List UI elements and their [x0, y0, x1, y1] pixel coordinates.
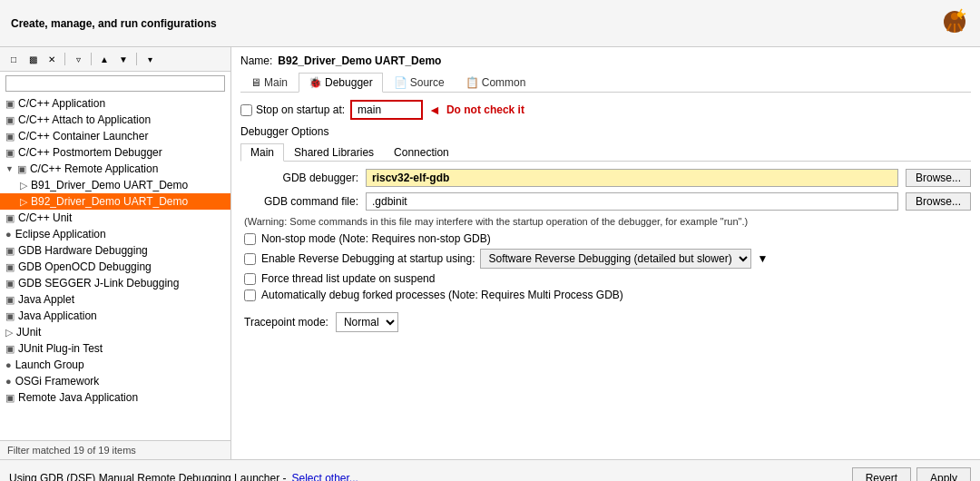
tree-item-cc-attach[interactable]: ▣ C/C++ Attach to Application — [0, 112, 230, 128]
name-label: Name: — [240, 54, 272, 67]
cc-unit-label: C/C++ Unit — [18, 211, 72, 224]
sub-tab-main[interactable]: Main — [240, 143, 284, 162]
sub-tab-shared[interactable]: Shared Libraries — [284, 143, 384, 161]
revert-button[interactable]: Revert — [852, 467, 911, 482]
config-tree: ▣ C/C++ Application ▣ C/C++ Attach to Ap… — [0, 95, 230, 440]
non-stop-row: Non-stop mode (Note: Requires non-stop G… — [240, 232, 971, 245]
b91-icon: ▷ — [20, 180, 27, 191]
duplicate-button[interactable]: ▩ — [24, 51, 41, 67]
do-not-check-label: Do not check it — [446, 103, 524, 116]
tree-item-java-applet[interactable]: ▣ Java Applet — [0, 291, 230, 308]
reverse-debug-row: Enable Reverse Debugging at startup usin… — [240, 249, 971, 269]
force-thread-row: Force thread list update on suspend — [240, 272, 971, 285]
tab-main[interactable]: 🖥 Main — [240, 73, 298, 92]
gdb-debugger-browse-button[interactable]: Browse... — [906, 169, 971, 187]
tab-common[interactable]: 📋 Common — [456, 73, 536, 92]
gdb-command-browse-button[interactable]: Browse... — [906, 192, 971, 211]
startup-checkbox-label: Stop on startup at: — [240, 103, 345, 116]
tree-item-cc-postmortem[interactable]: ▣ C/C++ Postmortem Debugger — [0, 144, 230, 161]
tree-item-gdb-openocd[interactable]: ▣ GDB OpenOCD Debugging — [0, 259, 230, 275]
svg-point-1 — [951, 13, 958, 20]
new-config-button[interactable]: □ — [5, 51, 22, 67]
tree-item-cc-unit[interactable]: ▣ C/C++ Unit — [0, 210, 230, 226]
junit-plugin-icon: ▣ — [5, 343, 15, 355]
gdb-command-input[interactable] — [366, 192, 898, 211]
reverse-debug-select[interactable]: Software Reverse Debugging (detailed but… — [480, 249, 751, 269]
cc-remote-label: C/C++ Remote Application — [30, 162, 158, 175]
startup-checkbox[interactable] — [240, 104, 252, 116]
tab-debugger[interactable]: 🐞 Debugger — [299, 73, 383, 93]
tree-item-b92[interactable]: ▷ B92_Driver_Demo UART_Demo — [0, 193, 230, 210]
tree-item-launch-group[interactable]: ● Launch Group — [0, 357, 230, 373]
non-stop-checkbox[interactable] — [244, 233, 256, 245]
cc-attach-label: C/C++ Attach to Application — [18, 113, 151, 126]
svg-point-5 — [957, 12, 963, 17]
tabs-row: 🖥 Main 🐞 Debugger 📄 Source 📋 Common — [240, 73, 971, 93]
tab-common-label: Common — [482, 76, 526, 89]
title-bar: Create, manage, and run configurations — [0, 0, 980, 47]
cc-app-label: C/C++ Application — [18, 97, 105, 110]
tree-item-b91[interactable]: ▷ B91_Driver_Demo UART_Demo — [0, 177, 230, 193]
tree-item-gdb-hw[interactable]: ▣ GDB Hardware Debugging — [0, 242, 230, 259]
eclipse-app-label: Eclipse Application — [15, 228, 106, 240]
tracepoint-row: Tracepoint mode: Normal Fast Static — [240, 312, 971, 332]
menu-button[interactable]: ▾ — [142, 51, 158, 67]
collapse-button[interactable]: ▲ — [96, 51, 113, 67]
junit-plugin-label: JUnit Plug-in Test — [18, 342, 103, 355]
reverse-debug-checkbox[interactable] — [244, 253, 256, 265]
startup-input[interactable] — [350, 100, 423, 120]
svg-line-7 — [963, 14, 965, 15]
config-name-value: B92_Driver_Demo UART_Demo — [278, 54, 441, 67]
select-other-link[interactable]: Select other... — [291, 472, 358, 482]
tracepoint-select[interactable]: Normal Fast Static — [336, 312, 398, 332]
remote-java-label: Remote Java Application — [18, 391, 138, 404]
tree-item-junit[interactable]: ▷ JUnit — [0, 324, 230, 340]
cc-app-icon: ▣ — [5, 98, 15, 110]
main-container: □ ▩ ✕ ▿ ▲ ▼ ▾ ▣ C/C++ Application ▣ C/C+… — [0, 47, 980, 459]
left-panel: □ ▩ ✕ ▿ ▲ ▼ ▾ ▣ C/C++ Application ▣ C/C+… — [0, 47, 231, 459]
search-input[interactable] — [5, 75, 225, 92]
tree-item-cc-remote[interactable]: ▼ ▣ C/C++ Remote Application — [0, 161, 230, 177]
tree-item-cc-container[interactable]: ▣ C/C++ Container Launcher — [0, 128, 230, 144]
cc-container-label: C/C++ Container Launcher — [18, 130, 148, 142]
force-thread-checkbox[interactable] — [244, 273, 256, 285]
filter-button[interactable]: ▿ — [70, 51, 86, 67]
tab-common-icon: 📋 — [466, 76, 479, 89]
tree-item-osgi[interactable]: ● OSGi Framework — [0, 373, 230, 389]
gdb-jlink-label: GDB SEGGER J-Link Debugging — [18, 277, 179, 290]
tree-item-remote-java[interactable]: ▣ Remote Java Application — [0, 389, 230, 406]
cc-remote-icon: ▣ — [17, 163, 26, 175]
tab-main-label: Main — [264, 76, 288, 89]
gdb-debugger-input[interactable] — [366, 169, 898, 187]
gdb-hw-label: GDB Hardware Debugging — [18, 244, 148, 257]
bottom-bar: Using GDB (DSF) Manual Remote Debugging … — [0, 459, 980, 481]
expand-button[interactable]: ▼ — [115, 51, 132, 67]
junit-icon: ▷ — [5, 327, 13, 339]
tracepoint-label: Tracepoint mode: — [244, 316, 328, 329]
cc-remote-expand: ▼ — [5, 164, 14, 173]
force-thread-label: Force thread list update on suspend — [261, 272, 435, 285]
tree-item-gdb-jlink[interactable]: ▣ GDB SEGGER J-Link Debugging — [0, 275, 230, 291]
sub-tab-connection[interactable]: Connection — [384, 143, 459, 161]
tree-item-java-app[interactable]: ▣ Java Application — [0, 308, 230, 324]
b92-label: B92_Driver_Demo UART_Demo — [31, 195, 188, 208]
tab-source-icon: 📄 — [394, 76, 407, 89]
tree-item-cc-app[interactable]: ▣ C/C++ Application — [0, 95, 230, 112]
gdb-hw-icon: ▣ — [5, 245, 15, 257]
auto-fork-row: Automatically debug forked processes (No… — [240, 289, 971, 301]
tab-source[interactable]: 📄 Source — [384, 73, 455, 92]
cc-attach-icon: ▣ — [5, 114, 15, 126]
tree-item-eclipse-app[interactable]: ● Eclipse Application — [0, 226, 230, 242]
launcher-text: Using GDB (DSF) Manual Remote Debugging … — [9, 472, 286, 482]
delete-button[interactable]: ✕ — [44, 51, 60, 67]
apply-button[interactable]: Apply — [916, 467, 971, 482]
launch-group-icon: ● — [5, 359, 12, 370]
svg-line-6 — [960, 9, 962, 12]
tree-item-junit-plugin[interactable]: ▣ JUnit Plug-in Test — [0, 340, 230, 357]
b92-icon: ▷ — [20, 196, 27, 208]
cc-unit-icon: ▣ — [5, 212, 15, 224]
right-panel: Name: B92_Driver_Demo UART_Demo 🖥 Main 🐞… — [231, 47, 980, 459]
reverse-dropdown-icon: ▼ — [757, 252, 768, 265]
window-title: Create, manage, and run configurations — [11, 17, 217, 30]
auto-fork-checkbox[interactable] — [244, 290, 256, 301]
